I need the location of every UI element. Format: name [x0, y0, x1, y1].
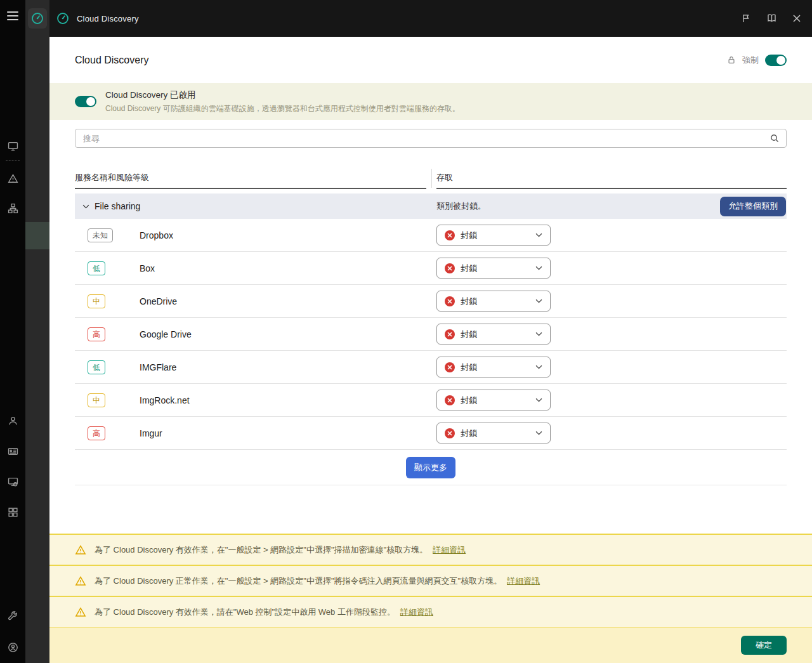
- id-card-icon[interactable]: [0, 446, 25, 457]
- monitor-icon[interactable]: [0, 141, 25, 152]
- page-title: Cloud Discovery: [75, 55, 148, 66]
- risk-badge: 高: [88, 426, 105, 440]
- support-person-icon[interactable]: [0, 642, 25, 653]
- access-value: 封鎖: [461, 362, 477, 373]
- enabled-toggle[interactable]: [75, 96, 96, 107]
- access-dropdown[interactable]: 封鎖: [436, 357, 551, 377]
- blocked-icon: [445, 296, 455, 306]
- column-service-risk: 服務名稱和風險等級: [75, 165, 426, 189]
- blocked-icon: [445, 362, 455, 372]
- warning-text: 為了 Cloud Discovery 有效作業，在"一般設定 > 網路設定"中選…: [95, 544, 428, 556]
- hierarchy-icon[interactable]: [0, 203, 25, 214]
- left-rail: [0, 0, 25, 663]
- service-name: ImgRock.net: [140, 395, 190, 405]
- service-cell: 低 Box: [75, 252, 436, 284]
- lock-icon: [727, 55, 736, 65]
- close-icon[interactable]: [792, 14, 801, 23]
- service-cell: 未知 Dropbox: [75, 219, 436, 251]
- secondary-rail: [25, 0, 49, 663]
- table-row: 中 OneDrive 封鎖: [75, 285, 787, 318]
- chevron-down-icon: [535, 365, 542, 369]
- risk-badge: 中: [88, 294, 105, 308]
- blocked-icon: [445, 263, 455, 273]
- access-cell: 封鎖: [436, 324, 787, 345]
- access-value: 封鎖: [461, 296, 477, 307]
- panel-header: Cloud Discovery 強制: [75, 37, 787, 83]
- service-name: Imgur: [140, 428, 162, 438]
- enabled-title: Cloud Discovery 已啟用: [105, 89, 460, 101]
- allow-category-button[interactable]: 允許整個類別: [720, 197, 786, 216]
- table-row: 低 Box 封鎖: [75, 252, 787, 285]
- access-dropdown[interactable]: 封鎖: [436, 225, 551, 246]
- service-rows: 未知 Dropbox 封鎖 低 Box 封鎖: [75, 219, 787, 450]
- device-icon[interactable]: [0, 476, 25, 487]
- hamburger-menu-icon[interactable]: [7, 11, 18, 20]
- access-cell: 封鎖: [436, 423, 787, 443]
- search-icon[interactable]: [769, 133, 780, 143]
- blocked-icon: [445, 395, 455, 405]
- blocked-icon: [445, 428, 455, 438]
- warning-text: 為了 Cloud Discovery 有效作業，請在"Web 控制"設定中啟用 …: [95, 607, 395, 618]
- risk-badge: 低: [88, 261, 105, 275]
- show-more-section: 顯示更多: [75, 450, 787, 485]
- chevron-down-icon: [535, 266, 542, 270]
- access-value: 封鎖: [461, 230, 477, 241]
- risk-badge: 未知: [88, 228, 113, 242]
- search-input[interactable]: [75, 129, 787, 148]
- user-icon[interactable]: [0, 416, 25, 426]
- risk-badge: 低: [88, 360, 105, 374]
- warning-text: 為了 Cloud Discovery 正常作業，在"一般設定 > 網路設定"中選…: [95, 575, 502, 587]
- window-titlebar: Cloud Discovery: [49, 0, 812, 37]
- service-name: Dropbox: [140, 230, 173, 240]
- table-row: 中 ImgRock.net 封鎖: [75, 384, 787, 417]
- access-cell: 封鎖: [436, 357, 787, 377]
- search-bar: [75, 129, 787, 148]
- column-access: 存取: [436, 165, 787, 189]
- warning-triangle-icon[interactable]: [0, 173, 25, 184]
- grid-icon[interactable]: [0, 507, 25, 518]
- app-logo-icon[interactable]: [28, 8, 47, 29]
- access-dropdown[interactable]: 封鎖: [436, 324, 551, 345]
- access-dropdown[interactable]: 封鎖: [436, 423, 551, 443]
- access-cell: 封鎖: [436, 225, 787, 246]
- show-more-button[interactable]: 顯示更多: [406, 457, 455, 478]
- blocked-icon: [445, 230, 455, 240]
- warnings-section: 為了 Cloud Discovery 有效作業，在"一般設定 > 網路設定"中選…: [49, 534, 812, 627]
- access-dropdown[interactable]: 封鎖: [436, 258, 551, 279]
- access-dropdown[interactable]: 封鎖: [436, 291, 551, 312]
- wrench-icon[interactable]: [0, 611, 25, 622]
- access-dropdown[interactable]: 封鎖: [436, 390, 551, 410]
- access-value: 封鎖: [461, 395, 477, 406]
- enforce-toggle[interactable]: [765, 55, 787, 66]
- access-cell: 封鎖: [436, 258, 787, 279]
- chevron-down-icon: [535, 431, 542, 435]
- ok-button[interactable]: 確定: [741, 636, 787, 655]
- table-row: 高 Imgur 封鎖: [75, 417, 787, 450]
- flag-icon[interactable]: [741, 13, 751, 23]
- risk-badge: 高: [88, 327, 105, 341]
- category-status: 類別被封鎖。: [436, 200, 486, 212]
- access-value: 封鎖: [461, 428, 477, 439]
- service-cell: 高 Google Drive: [75, 318, 436, 350]
- service-name: Box: [140, 263, 155, 273]
- service-name: IMGFlare: [140, 362, 176, 372]
- enabled-description: Cloud Discovery 可防護組織的雲端基礎設施，透過瀏覽器和台式應用程…: [105, 103, 460, 114]
- content-spacer: [49, 485, 812, 534]
- category-name: File sharing: [95, 201, 140, 211]
- window-logo-icon: [56, 11, 70, 25]
- access-cell: 封鎖: [436, 390, 787, 410]
- access-cell: 封鎖: [436, 291, 787, 312]
- chevron-down-icon: [82, 204, 89, 209]
- window-title: Cloud Discovery: [77, 14, 139, 23]
- category-toggle[interactable]: File sharing: [75, 201, 436, 211]
- table-row: 低 IMGFlare 封鎖: [75, 351, 787, 384]
- footer-bar: 確定: [49, 627, 812, 663]
- service-name: Google Drive: [140, 329, 192, 339]
- cloud-discovery-panel: Cloud Discovery 強制 Cloud Discovery 已啟用 C…: [49, 37, 812, 663]
- warning-triangle-icon: [75, 607, 86, 618]
- help-book-icon[interactable]: [766, 13, 777, 23]
- details-link[interactable]: 詳細資訊: [433, 544, 466, 556]
- details-link[interactable]: 詳細資訊: [507, 575, 540, 587]
- warning-banner: 為了 Cloud Discovery 有效作業，在"一般設定 > 網路設定"中選…: [49, 534, 812, 565]
- details-link[interactable]: 詳細資訊: [400, 607, 433, 618]
